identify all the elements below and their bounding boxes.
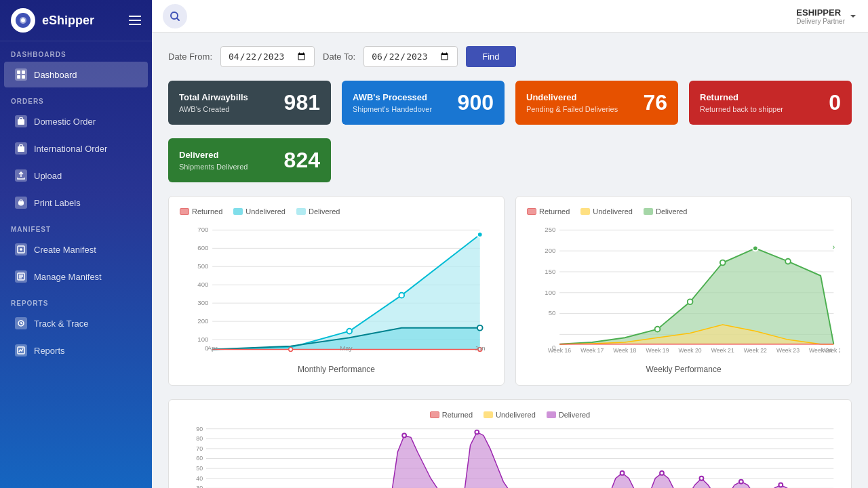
weekly-legend-undelivered-label: Undelivered — [593, 207, 633, 216]
svg-rect-1 — [17, 70, 20, 74]
sidebar-item-domestic-order[interactable]: Domestic Order — [4, 108, 148, 134]
svg-text:80: 80 — [196, 435, 203, 442]
stat-sub-delivered: Shipments Delivered — [179, 163, 248, 171]
bottom-legend-returned-label: Returned — [442, 411, 473, 419]
section-dashboards: DASHBOARDS — [0, 41, 152, 61]
svg-rect-3 — [17, 75, 20, 79]
bottom-legend-delivered: Delivered — [547, 411, 590, 419]
svg-rect-5 — [18, 119, 24, 125]
weekly-legend-delivered-label: Delivered — [656, 207, 687, 216]
stat-card-delivered: Delivered Shipments Delivered 824 — [168, 138, 331, 182]
sidebar-item-international-label: International Order — [34, 144, 107, 154]
svg-text:200: 200 — [197, 317, 208, 325]
legend-undelivered: Undelivered — [233, 207, 285, 216]
svg-point-54 — [688, 299, 693, 304]
svg-text:Week 19: Week 19 — [646, 347, 669, 354]
sidebar-item-print-labels-label: Print Labels — [34, 198, 81, 208]
sidebar-item-international-order[interactable]: International Order — [4, 136, 148, 161]
date-to-input-wrapper — [363, 46, 458, 67]
track-trace-icon — [15, 317, 27, 329]
bottom-legend-returned: Returned — [430, 411, 473, 419]
sidebar-item-reports-label: Reports — [34, 346, 65, 356]
svg-text:Week 17: Week 17 — [580, 347, 604, 354]
stat-value-total: 981 — [284, 90, 320, 115]
section-orders: ORDERS — [0, 88, 152, 108]
svg-rect-6 — [18, 146, 24, 152]
svg-point-87 — [620, 471, 625, 475]
svg-text:200: 200 — [545, 247, 555, 254]
svg-point-89 — [700, 476, 704, 481]
sidebar-header: eShipper — [0, 0, 152, 41]
sidebar-item-manage-manifest-label: Manage Manifest — [34, 272, 102, 282]
svg-rect-2 — [22, 70, 25, 74]
topbar-user: ESHIPPER Delivery Partner — [796, 7, 857, 25]
stat-title-processed: AWB's Processed — [353, 92, 432, 102]
stat-value-processed: 900 — [458, 90, 494, 115]
svg-text:70: 70 — [196, 445, 203, 452]
date-from-input-wrapper — [220, 46, 315, 67]
svg-text:Week 25: Week 25 — [822, 347, 840, 354]
svg-point-31 — [399, 293, 404, 298]
sidebar-item-upload[interactable]: Upload — [4, 163, 148, 188]
legend-returned-dot — [180, 208, 189, 215]
bottom-legend-returned-dot — [430, 411, 439, 418]
svg-text:30: 30 — [196, 485, 203, 488]
create-manifest-icon — [15, 243, 27, 256]
sidebar-item-reports[interactable]: Reports — [4, 338, 148, 363]
sidebar-item-manage-manifest[interactable]: Manage Manifest — [4, 264, 148, 289]
hamburger-menu[interactable] — [129, 16, 141, 25]
weekly-legend-returned-dot — [527, 208, 536, 215]
stat-title-returned: Returned — [700, 92, 783, 102]
charts-row: Returned Undelivered Delivered — [168, 196, 852, 386]
international-order-icon — [15, 142, 27, 155]
sidebar-item-create-manifest[interactable]: Create Manifest — [4, 237, 148, 262]
svg-point-86 — [475, 430, 479, 434]
date-from-input[interactable] — [228, 51, 307, 62]
sidebar-item-track-trace-label: Track & Trace — [34, 319, 88, 329]
svg-point-91 — [778, 483, 783, 487]
monthly-chart: Returned Undelivered Delivered — [168, 196, 505, 386]
find-button[interactable]: Find — [466, 46, 515, 67]
weekly-chart-title: Weekly Performance — [527, 365, 840, 374]
svg-text:400: 400 — [197, 281, 208, 288]
print-labels-icon — [15, 197, 27, 209]
legend-delivered: Delivered — [296, 207, 340, 216]
domestic-order-icon — [15, 115, 27, 127]
stat-title-undelivered: Undelivered — [526, 92, 618, 102]
upload-icon — [15, 169, 27, 182]
svg-text:600: 600 — [197, 244, 208, 251]
section-reports: REPORTS — [0, 290, 152, 310]
sidebar-item-dashboard[interactable]: Dashboard — [4, 62, 148, 87]
bottom-chart: Returned Undelivered Delivered — [168, 399, 852, 488]
sidebar-item-print-labels[interactable]: Print Labels — [4, 190, 148, 216]
bottom-legend: Returned Undelivered Delivered — [180, 411, 840, 419]
monthly-chart-title: Monthly Performance — [180, 365, 493, 374]
weekly-legend-returned: Returned — [527, 207, 570, 216]
content-area: Date From: Date To: Find Total Airwaybil… — [152, 33, 868, 488]
sidebar-item-track-trace[interactable]: Track & Trace — [4, 310, 148, 336]
svg-point-30 — [347, 329, 352, 334]
date-to-input[interactable] — [371, 51, 450, 62]
stat-sub-undelivered: Pending & Failed Deliveries — [526, 105, 618, 113]
svg-text:›: › — [832, 243, 835, 251]
bottom-legend-delivered-dot — [547, 411, 556, 418]
svg-text:50: 50 — [196, 465, 203, 472]
bottom-legend-delivered-label: Delivered — [559, 411, 590, 419]
stat-sub-processed: Shipment's Handedover — [353, 105, 432, 113]
monthly-legend: Returned Undelivered Delivered — [180, 207, 493, 216]
svg-point-53 — [655, 327, 660, 332]
svg-text:250: 250 — [545, 226, 555, 233]
svg-point-85 — [402, 434, 406, 438]
stat-card-returned: Returned Returned back to shipper 0 — [689, 81, 852, 125]
legend-delivered-dot — [296, 208, 306, 215]
svg-point-90 — [739, 480, 743, 484]
date-from-label: Date From: — [168, 52, 212, 62]
svg-text:40: 40 — [196, 475, 203, 482]
search-button[interactable] — [163, 4, 187, 28]
svg-text:Jun: Jun — [475, 344, 486, 352]
weekly-legend: Returned Undelivered Delivered — [527, 207, 840, 216]
svg-text:300: 300 — [197, 299, 208, 306]
sidebar-item-domestic-label: Domestic Order — [34, 117, 96, 127]
legend-returned: Returned — [180, 207, 222, 216]
svg-point-32 — [477, 232, 483, 237]
